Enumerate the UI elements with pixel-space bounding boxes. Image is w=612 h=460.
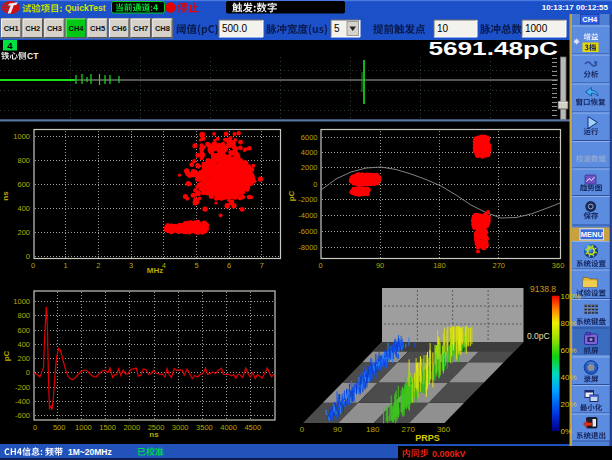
svg-text:9138.8: 9138.8 [530,284,556,294]
svg-text:0: 0 [26,252,30,261]
svg-text:2000: 2000 [301,163,318,172]
svg-text:CH4: CH4 [68,24,84,33]
svg-text:80%: 80% [561,319,577,328]
svg-text:20%: 20% [561,400,577,409]
svg-text:1000: 1000 [13,132,30,141]
svg-text:CT: CT [27,51,39,61]
svg-text:600: 600 [17,326,30,335]
svg-text:CH7: CH7 [133,24,148,33]
svg-text:6: 6 [227,261,231,270]
svg-text:0: 0 [33,423,37,432]
svg-text:180: 180 [366,425,380,434]
svg-text:1000: 1000 [13,297,30,306]
svg-text:CH5: CH5 [90,24,105,33]
svg-text:0: 0 [319,261,323,270]
svg-text:-4000: -4000 [298,211,317,220]
svg-text:90: 90 [333,425,342,434]
svg-text:3000: 3000 [172,423,189,432]
svg-text:800: 800 [17,156,30,165]
svg-text:600: 600 [17,180,30,189]
svg-text:CH6: CH6 [112,24,127,33]
svg-text:100%: 100% [561,292,581,301]
svg-text:1500: 1500 [99,423,116,432]
svg-text:200: 200 [17,354,30,363]
svg-text:CH8: CH8 [155,24,170,33]
svg-text:QuickTest: QuickTest [65,3,106,13]
svg-text:180: 180 [433,261,446,270]
svg-text:-600: -600 [15,411,30,420]
svg-text:-8000: -8000 [298,243,317,252]
svg-text:pC: pC [287,190,296,201]
svg-text:4000: 4000 [301,148,318,157]
svg-text:-200: -200 [15,383,30,392]
svg-text:500: 500 [53,423,66,432]
svg-text:1000: 1000 [525,23,548,34]
svg-text:5691.48pC: 5691.48pC [428,38,558,60]
svg-text:MHz: MHz [147,266,163,275]
svg-text:CH1: CH1 [4,24,19,33]
svg-text:400: 400 [17,340,30,349]
svg-text:40%: 40% [561,373,577,382]
svg-text:ns: ns [149,430,159,439]
svg-text:CH2: CH2 [25,24,40,33]
svg-text:ns: ns [1,191,10,201]
svg-text:360: 360 [552,261,565,270]
svg-text:-400: -400 [15,397,30,406]
svg-text:10: 10 [437,23,449,34]
svg-text:CH3: CH3 [47,24,62,33]
svg-text:0: 0 [31,261,35,270]
svg-text:CH4: CH4 [582,15,598,24]
svg-text:PRPS: PRPS [415,433,440,443]
svg-text:4500: 4500 [244,423,261,432]
svg-text:1000: 1000 [75,423,92,432]
svg-text:-6000: -6000 [298,227,317,236]
svg-text:3500: 3500 [196,423,213,432]
svg-text:1: 1 [64,261,68,270]
svg-text:-2000: -2000 [298,195,317,204]
svg-text:400: 400 [17,204,30,213]
svg-text:200: 200 [17,228,30,237]
svg-text:800: 800 [17,311,30,320]
svg-text:0%: 0% [561,427,573,436]
svg-text:2000: 2000 [123,423,140,432]
svg-text:MENU: MENU [581,230,603,239]
svg-text:0: 0 [313,180,317,189]
svg-text:0.0pC: 0.0pC [527,331,550,341]
svg-text:6000: 6000 [301,133,318,142]
svg-text:500.0: 500.0 [222,23,247,34]
svg-text:5: 5 [194,261,198,270]
svg-text:10:13:17 00:12:55: 10:13:17 00:12:55 [542,3,609,12]
svg-text:90: 90 [376,261,384,270]
svg-text:270: 270 [492,261,505,270]
svg-text:0: 0 [300,425,305,434]
svg-text:2: 2 [96,261,100,270]
svg-text:4000: 4000 [220,423,237,432]
svg-text:7: 7 [260,261,264,270]
svg-text:0.000kV: 0.000kV [432,449,466,459]
svg-text:3: 3 [129,261,133,270]
svg-text:1M~20MHz: 1M~20MHz [68,447,112,457]
svg-text:60%: 60% [561,346,577,355]
svg-text:pC: pC [2,350,11,361]
svg-text:4: 4 [7,40,13,51]
svg-text:0: 0 [26,368,30,377]
svg-text:5: 5 [334,23,340,34]
svg-text:270: 270 [402,425,416,434]
